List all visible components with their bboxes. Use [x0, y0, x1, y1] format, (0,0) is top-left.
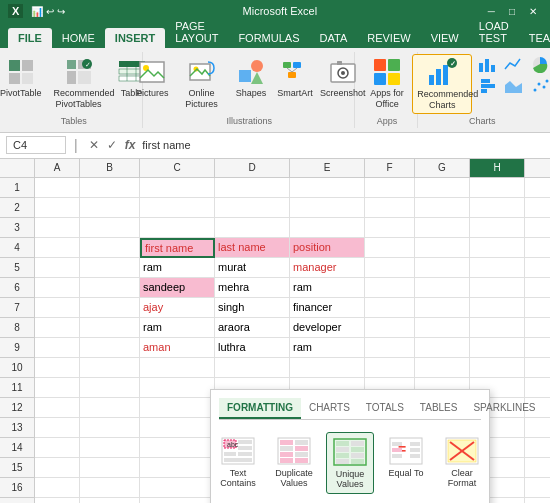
cell-g9[interactable]: [415, 338, 470, 358]
qa-unique-values[interactable]: Unique Values: [326, 432, 374, 494]
cell-a3[interactable]: [35, 218, 80, 238]
tab-review[interactable]: REVIEW: [357, 28, 420, 48]
cell-i2[interactable]: [525, 198, 550, 218]
cell-i4[interactable]: [525, 238, 550, 258]
qa-tab-tables[interactable]: TABLES: [412, 398, 466, 419]
cell-f8[interactable]: [365, 318, 415, 338]
formula-input[interactable]: [142, 139, 544, 151]
cell-a9[interactable]: [35, 338, 80, 358]
cell-h3[interactable]: [470, 218, 525, 238]
qa-tab-charts[interactable]: CHARTS: [301, 398, 358, 419]
cell-a11[interactable]: [35, 378, 80, 398]
col-header-h[interactable]: H: [470, 159, 525, 177]
tab-tea[interactable]: TEA: [519, 28, 550, 48]
cell-a10[interactable]: [35, 358, 80, 378]
cell-e10[interactable]: [290, 358, 365, 378]
cell-i9[interactable]: [525, 338, 550, 358]
cell-e3[interactable]: [290, 218, 365, 238]
cell-c2[interactable]: [140, 198, 215, 218]
cell-e2[interactable]: [290, 198, 365, 218]
cell-i5[interactable]: [525, 258, 550, 278]
row-header-13[interactable]: 13: [0, 418, 35, 438]
cell-g2[interactable]: [415, 198, 470, 218]
cell-g8[interactable]: [415, 318, 470, 338]
row-header-4[interactable]: 4: [0, 238, 35, 258]
cell-g3[interactable]: [415, 218, 470, 238]
row-header-3[interactable]: 3: [0, 218, 35, 238]
cell-d9[interactable]: luthra: [215, 338, 290, 358]
cell-i6[interactable]: [525, 278, 550, 298]
qa-tab-totals[interactable]: TOTALS: [358, 398, 412, 419]
cell-f9[interactable]: [365, 338, 415, 358]
cell-e8[interactable]: developer: [290, 318, 365, 338]
cell-c6[interactable]: sandeep: [140, 278, 215, 298]
row-header-7[interactable]: 7: [0, 298, 35, 318]
row-header-2[interactable]: 2: [0, 198, 35, 218]
cell-d8[interactable]: araora: [215, 318, 290, 338]
cell-a8[interactable]: [35, 318, 80, 338]
cell-h1[interactable]: [470, 178, 525, 198]
cell-f3[interactable]: [365, 218, 415, 238]
cell-a2[interactable]: [35, 198, 80, 218]
bar-chart-button[interactable]: [476, 76, 500, 96]
row-header-12[interactable]: 12: [0, 398, 35, 418]
cell-b1[interactable]: [80, 178, 140, 198]
cell-reference[interactable]: C4: [6, 136, 66, 154]
row-header-14[interactable]: 14: [0, 438, 35, 458]
col-header-b[interactable]: B: [80, 159, 140, 177]
cell-b5[interactable]: [80, 258, 140, 278]
cell-g4[interactable]: [415, 238, 470, 258]
cell-a6[interactable]: [35, 278, 80, 298]
apps-for-office-button[interactable]: Apps for Office: [365, 54, 410, 112]
row-header-10[interactable]: 10: [0, 358, 35, 378]
tab-load-test[interactable]: LOAD TEST: [469, 16, 519, 48]
cell-a7[interactable]: [35, 298, 80, 318]
column-chart-button[interactable]: [476, 54, 500, 74]
qa-equal-to[interactable]: = Equal To: [382, 432, 430, 494]
cell-g10[interactable]: [415, 358, 470, 378]
cell-b6[interactable]: [80, 278, 140, 298]
cell-d10[interactable]: [215, 358, 290, 378]
scatter-chart-button[interactable]: [528, 76, 550, 96]
confirm-formula-icon[interactable]: ✓: [104, 137, 120, 153]
qa-tab-formatting[interactable]: FORMATTING: [219, 398, 301, 419]
cell-f7[interactable]: [365, 298, 415, 318]
cell-e5[interactable]: manager: [290, 258, 365, 278]
online-pictures-button[interactable]: Online Pictures: [176, 54, 227, 112]
cell-g7[interactable]: [415, 298, 470, 318]
cell-d3[interactable]: [215, 218, 290, 238]
pictures-button[interactable]: Pictures: [132, 54, 172, 101]
area-chart-button[interactable]: [502, 76, 526, 96]
cell-c4[interactable]: first name: [140, 238, 215, 258]
row-header-8[interactable]: 8: [0, 318, 35, 338]
row-header-1[interactable]: 1: [0, 178, 35, 198]
cell-c1[interactable]: [140, 178, 215, 198]
col-header-g[interactable]: G: [415, 159, 470, 177]
cell-b10[interactable]: [80, 358, 140, 378]
cell-b9[interactable]: [80, 338, 140, 358]
row-header-15[interactable]: 15: [0, 458, 35, 478]
qa-clear-format[interactable]: Clear Format: [438, 432, 486, 494]
cancel-formula-icon[interactable]: ✕: [86, 137, 102, 153]
cell-f6[interactable]: [365, 278, 415, 298]
pivot-table-button[interactable]: PivotTable: [0, 54, 46, 101]
cell-a5[interactable]: [35, 258, 80, 278]
row-header-6[interactable]: 6: [0, 278, 35, 298]
cell-h4[interactable]: [470, 238, 525, 258]
shapes-button[interactable]: Shapes: [231, 54, 271, 101]
cell-g1[interactable]: [415, 178, 470, 198]
col-header-i[interactable]: I: [525, 159, 550, 177]
tab-page-layout[interactable]: PAGE LAYOUT: [165, 16, 228, 48]
cell-d6[interactable]: mehra: [215, 278, 290, 298]
col-header-e[interactable]: E: [290, 159, 365, 177]
cell-i1[interactable]: [525, 178, 550, 198]
col-header-f[interactable]: F: [365, 159, 415, 177]
cell-c11[interactable]: [140, 378, 215, 398]
cell-i8[interactable]: [525, 318, 550, 338]
cell-e6[interactable]: ram: [290, 278, 365, 298]
tab-view[interactable]: VIEW: [421, 28, 469, 48]
qa-text-contains[interactable]: abc Text Contains: [214, 432, 262, 494]
row-header-9[interactable]: 9: [0, 338, 35, 358]
row-header-11[interactable]: 11: [0, 378, 35, 398]
close-button[interactable]: ✕: [524, 4, 542, 19]
